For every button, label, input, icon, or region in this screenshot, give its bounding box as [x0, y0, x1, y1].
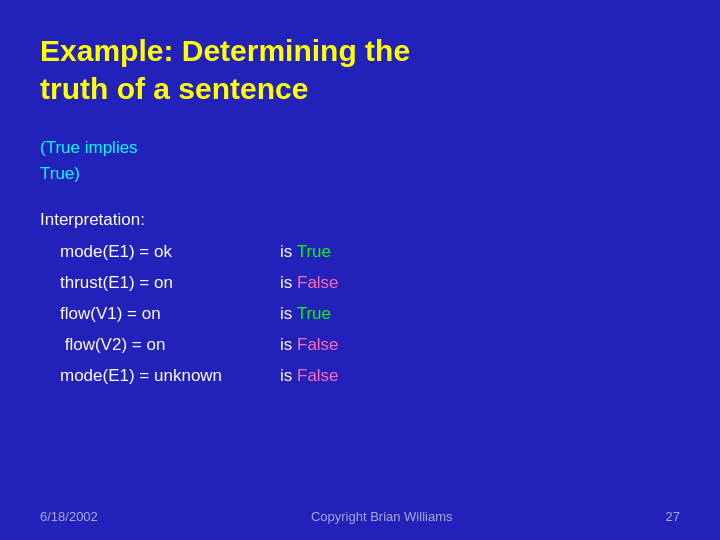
title-line2: truth of a sentence — [40, 70, 680, 108]
slide-title: Example: Determining the truth of a sent… — [40, 32, 680, 107]
footer: 6/18/2002 Copyright Brian Williams 27 — [40, 509, 680, 524]
expr-4: flow(V2) = on — [60, 331, 280, 360]
expr-5: mode(E1) = unknown — [60, 362, 280, 391]
expr-3: flow(V1) = on — [60, 300, 280, 329]
result-3: is True — [280, 300, 360, 329]
table-row: mode(E1) = unknown is False — [60, 362, 680, 391]
expr-2: thrust(E1) = on — [60, 269, 280, 298]
result-2: is False — [280, 269, 360, 298]
result-1: is True — [280, 238, 360, 267]
table-row: flow(V2) = on is False — [60, 331, 680, 360]
expr-1: mode(E1) = ok — [60, 238, 280, 267]
table-row: flow(V1) = on is True — [60, 300, 680, 329]
interpretation-table: mode(E1) = ok is True thrust(E1) = on is… — [60, 238, 680, 390]
table-row: mode(E1) = ok is True — [60, 238, 680, 267]
result-4: is False — [280, 331, 360, 360]
footer-copyright: Copyright Brian Williams — [311, 509, 453, 524]
title-line1: Example: Determining the — [40, 32, 680, 70]
footer-slide-number: 27 — [666, 509, 680, 524]
interpretation-label: Interpretation: — [40, 210, 680, 230]
table-row: thrust(E1) = on is False — [60, 269, 680, 298]
slide: Example: Determining the truth of a sent… — [0, 0, 720, 540]
subtitle-line1: (True implies — [40, 135, 680, 161]
result-5: is False — [280, 362, 360, 391]
footer-date: 6/18/2002 — [40, 509, 98, 524]
subtitle-line2: True) — [40, 161, 680, 187]
subtitle: (True implies True) — [40, 135, 680, 186]
